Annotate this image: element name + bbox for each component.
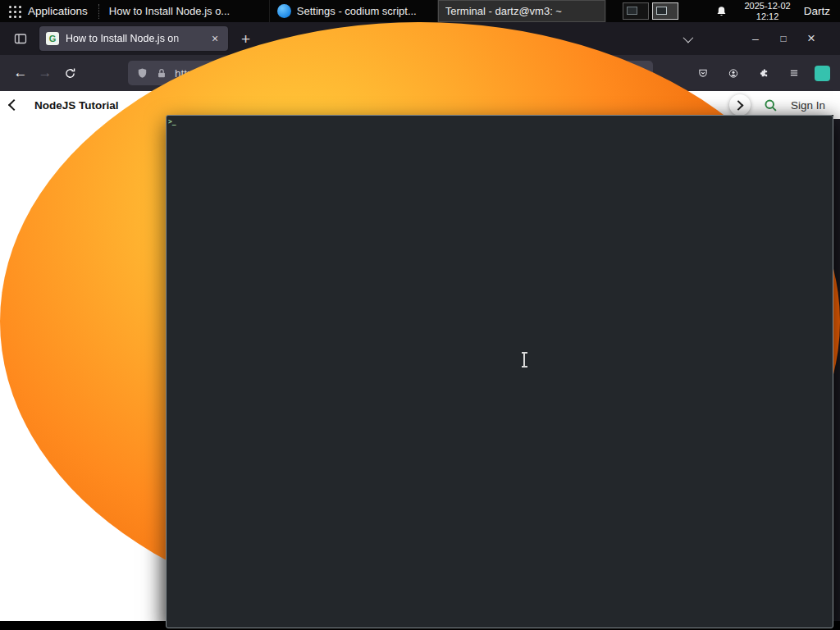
applications-grid-icon [8,5,21,18]
lock-icon[interactable] [156,67,167,80]
site-nav-primary[interactable]: NodeJS Tutorial [34,99,119,112]
taskbar-window-button[interactable]: Settings - codium script... [270,0,438,22]
panel-clock[interactable]: 2025-12-02 12:12 [744,1,790,21]
search-icon[interactable] [764,98,778,112]
top-panel: Applications How to Install Node.js o...… [0,0,840,22]
notification-bell-icon[interactable] [711,2,731,21]
taskbar-window-title: How to Install Node.js o... [109,5,230,17]
sign-in-button[interactable]: Sign In [791,99,825,112]
user-menu[interactable]: Dartz [804,5,830,17]
window-maximize-button[interactable]: □ [769,33,797,44]
tab-favicon: G [46,32,59,45]
list-all-tabs-chevron-icon[interactable] [683,32,694,43]
tab-title: How to Install Node.js on [66,33,202,44]
mouse-cursor [523,354,525,366]
tab-close-button[interactable]: × [208,32,221,45]
new-tab-button[interactable]: + [236,31,255,47]
desktop: Applications How to Install Node.js o...… [0,0,840,630]
panel-tray: 2025-12-02 12:12 Dartz [711,1,840,21]
window-minimize-button[interactable]: – [742,32,769,45]
browser-tab[interactable]: G How to Install Node.js on × [39,26,228,51]
workspace-1[interactable] [623,2,649,20]
taskbar-window-button[interactable]: How to Install Node.js o... [102,0,270,22]
account-icon[interactable] [724,63,743,83]
firefox-view-icon [14,32,27,45]
taskbar-window-title: Terminal - dartz@vm3: ~ [445,5,562,17]
toolbar-right-icons [693,63,832,83]
window-controls: – □ × [683,30,833,47]
forward-button: → [33,61,57,85]
workspace-switcher[interactable] [623,2,678,20]
nav-scroll-right-button[interactable] [729,94,751,116]
applications-label: Applications [28,5,88,17]
codium-icon [277,4,291,18]
nav-scroll-left-chevron-icon[interactable] [8,99,20,111]
reload-button[interactable] [57,61,82,85]
clock-date: 2025-12-02 [744,1,790,11]
back-button[interactable]: ← [8,61,33,85]
firefox-view-button[interactable] [7,26,34,51]
chevron-right-icon [733,100,744,111]
applications-menu-button[interactable]: Applications [0,0,96,22]
workspace-2-active[interactable] [652,2,678,20]
taskbar-window-button[interactable]: Terminal - dartz@vm3: ~ [438,0,606,22]
extensions-icon[interactable] [754,63,774,83]
taskbar: How to Install Node.js o...Settings - co… [102,0,606,22]
save-to-pocket-icon[interactable] [693,63,713,83]
panel-separator [98,4,99,19]
clock-time: 12:12 [756,11,779,22]
shield-icon[interactable] [136,67,148,80]
taskbar-window-title: Settings - codium script... [297,5,417,17]
sidebar-extension-icon[interactable] [815,66,830,81]
menu-hamburger-icon[interactable] [784,63,804,83]
window-close-button[interactable]: × [797,30,825,47]
